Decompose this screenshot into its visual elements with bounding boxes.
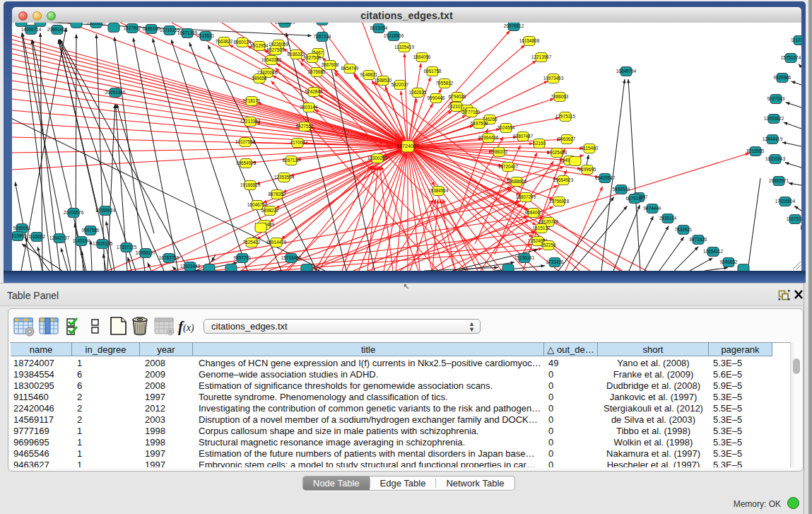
svg-text:252254: 252254	[541, 243, 556, 247]
svg-text:16033809: 16033809	[275, 23, 295, 25]
svg-text:12942737: 12942737	[49, 235, 70, 240]
svg-text:1588520: 1588520	[375, 78, 392, 83]
svg-text:8454749: 8454749	[341, 66, 359, 71]
svg-text:417004: 417004	[290, 140, 305, 145]
svg-text:16671355: 16671355	[177, 30, 198, 35]
svg-text:15751074: 15751074	[781, 55, 801, 60]
svg-text:12213383: 12213383	[240, 119, 261, 124]
svg-text:7955812: 7955812	[436, 81, 454, 86]
svg-text:11325419: 11325419	[394, 45, 414, 49]
svg-text:9777169: 9777169	[463, 110, 481, 115]
svg-text:3875685: 3875685	[308, 69, 326, 74]
svg-text:17359924: 17359924	[95, 208, 116, 213]
svg-text:6466160: 6466160	[143, 26, 160, 31]
svg-text:8912954: 8912954	[251, 43, 269, 48]
svg-text:19692971: 19692971	[769, 178, 789, 183]
svg-text:19166829: 19166829	[240, 182, 261, 187]
svg-text:2803144: 2803144	[300, 105, 318, 110]
svg-text:9474444: 9474444	[644, 206, 661, 211]
svg-text:10688609: 10688609	[507, 179, 527, 184]
svg-text:12213967: 12213967	[531, 54, 552, 59]
svg-text:12353504: 12353504	[274, 175, 295, 180]
svg-text:16210643: 16210643	[765, 156, 786, 161]
svg-text:12444419: 12444419	[763, 136, 783, 141]
svg-text:14055714: 14055714	[21, 27, 42, 32]
svg-text:5822037: 5822037	[392, 82, 409, 87]
svg-text:20206576: 20206576	[64, 210, 84, 215]
svg-text:16914479: 16914479	[266, 240, 287, 245]
svg-text:9242848: 9242848	[305, 89, 323, 94]
svg-text:9245652: 9245652	[720, 259, 738, 264]
svg-text:9990448: 9990448	[428, 95, 445, 100]
svg-text:16782759: 16782759	[159, 255, 180, 260]
svg-text:18807249: 18807249	[516, 194, 536, 199]
svg-text:1615132: 1615132	[533, 226, 551, 230]
svg-text:16648794: 16648794	[616, 69, 637, 74]
svg-text:62160: 62160	[533, 141, 546, 146]
svg-text:15720407: 15720407	[498, 164, 519, 169]
svg-text:10653267: 10653267	[86, 23, 107, 25]
svg-text:15136141: 15136141	[514, 255, 535, 260]
svg-text:1167533: 1167533	[787, 216, 801, 221]
svg-text:16409547: 16409547	[595, 175, 616, 180]
svg-text:1145194: 1145194	[73, 238, 90, 243]
svg-text:8878352: 8878352	[269, 192, 286, 197]
svg-text:1112126: 1112126	[791, 37, 801, 42]
svg-text:9329966: 9329966	[774, 75, 792, 80]
svg-text:7486063: 7486063	[551, 94, 569, 99]
svg-text:12923448: 12923448	[180, 264, 201, 269]
svg-text:9327505: 9327505	[304, 55, 322, 60]
svg-text:6497508: 6497508	[471, 121, 488, 126]
svg-text:5498222: 5498222	[261, 208, 279, 213]
svg-text:9146821: 9146821	[360, 72, 378, 77]
svg-text:9684067: 9684067	[525, 210, 543, 215]
svg-text:8471626: 8471626	[690, 237, 707, 242]
svg-text:18724007: 18724007	[396, 143, 419, 149]
svg-text:20691406: 20691406	[47, 27, 68, 32]
svg-text:19218506: 19218506	[384, 33, 404, 38]
svg-text:7515521: 7515521	[197, 33, 215, 38]
svg-text:18300295: 18300295	[367, 156, 388, 160]
svg-text:19654923: 19654923	[553, 177, 574, 182]
svg-text:3915909: 3915909	[12, 233, 27, 238]
svg-text:10807487: 10807487	[513, 134, 534, 139]
svg-text:9227343: 9227343	[767, 96, 785, 101]
svg-text:989658: 989658	[252, 76, 267, 81]
svg-text:9463627: 9463627	[558, 136, 576, 141]
svg-text:9355051: 9355051	[13, 226, 31, 230]
svg-text:12093822: 12093822	[764, 116, 784, 121]
svg-text:1362635: 1362635	[409, 90, 427, 95]
svg-text:10973493: 10973493	[543, 76, 564, 81]
svg-text:6961758: 6961758	[424, 69, 442, 74]
svg-text:12505135: 12505135	[93, 241, 113, 246]
svg-text:16154808: 16154808	[519, 38, 540, 43]
svg-text:7663822: 7663822	[216, 39, 233, 44]
svg-text:10025433: 10025433	[547, 150, 567, 155]
svg-text:1115682: 1115682	[28, 234, 45, 239]
svg-text:6794028: 6794028	[449, 94, 466, 99]
svg-text:7632621: 7632621	[675, 227, 693, 232]
svg-text:8960124: 8960124	[234, 40, 252, 45]
svg-text:20364436: 20364436	[478, 135, 499, 140]
svg-text:2935114: 2935114	[659, 216, 677, 221]
svg-text:16046756: 16046756	[247, 202, 268, 207]
svg-text:17357225: 17357225	[117, 245, 137, 250]
svg-text:1733426: 1733426	[546, 259, 564, 264]
svg-text:1527602: 1527602	[124, 25, 141, 30]
svg-text:19654925: 19654925	[236, 160, 257, 165]
svg-text:9857791: 9857791	[234, 255, 252, 260]
svg-text:12975115: 12975115	[555, 114, 575, 119]
svg-text:5958924: 5958924	[613, 187, 630, 192]
svg-text:9327503: 9327503	[267, 47, 285, 52]
svg-text:8813054: 8813054	[370, 25, 388, 30]
svg-text:6679197: 6679197	[626, 196, 644, 201]
svg-text:7625402: 7625402	[243, 240, 261, 245]
svg-text:20053346: 20053346	[105, 90, 126, 95]
svg-text:19756928: 19756928	[549, 199, 570, 204]
svg-text:10107552: 10107552	[235, 139, 256, 144]
svg-text:9699695: 9699695	[579, 167, 596, 172]
svg-text:7986372: 7986372	[490, 149, 508, 154]
svg-text:8267130: 8267130	[283, 158, 300, 163]
svg-text:10654112: 10654112	[703, 249, 723, 254]
svg-text:3024554: 3024554	[498, 125, 515, 130]
